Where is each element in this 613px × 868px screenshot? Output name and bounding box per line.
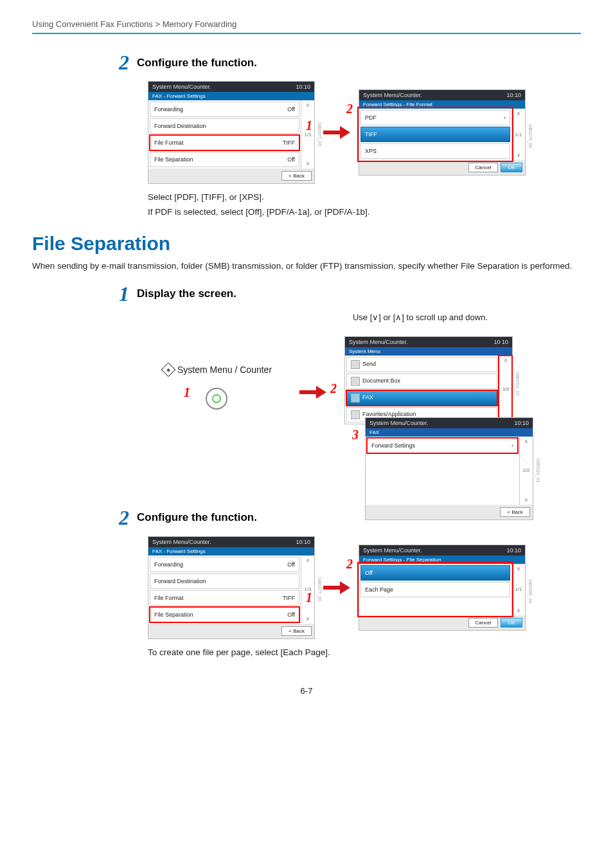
- option-tiff[interactable]: TIFF: [360, 127, 510, 142]
- scroll-down-icon[interactable]: ∨: [517, 608, 520, 613]
- divider: [32, 33, 581, 34]
- title: System Menu/Counter.: [363, 547, 422, 554]
- page-indicator: 1/1: [515, 132, 522, 138]
- scroll-up-icon[interactable]: ∧: [517, 111, 520, 116]
- arrow-right-icon: [320, 579, 353, 596]
- row-forward-destination[interactable]: Forward Destination: [150, 118, 299, 134]
- subtitle: FAX - Forward Settings: [148, 547, 314, 556]
- row-forwarding[interactable]: ForwardingOff: [150, 557, 299, 572]
- step-1-title: Display the screen.: [137, 287, 236, 300]
- menu-send[interactable]: Send: [346, 357, 497, 372]
- scroll-down-icon[interactable]: ∨: [306, 161, 310, 167]
- row-file-separation[interactable]: File SeparationOff: [150, 607, 299, 622]
- cancel-button[interactable]: Cancel: [468, 618, 499, 628]
- clock: 10:10: [506, 92, 521, 98]
- clock: 10:10: [296, 84, 310, 90]
- instruction-text: If PDF is selected, select [Off], [PDF/A…: [148, 205, 581, 220]
- instruction-text: To create one file per page, select [Eac…: [148, 646, 581, 660]
- ref-code: GB0380_00: [528, 579, 533, 603]
- option-xps[interactable]: XPS: [360, 143, 510, 159]
- title: System Menu/Counter.: [349, 339, 408, 345]
- back-button[interactable]: < Back: [281, 171, 312, 181]
- screen-system-menu: System Menu/Counter.10 10 System Menu Se…: [344, 336, 513, 424]
- arrow-right-icon: [320, 124, 353, 141]
- scroll-hint: Use [∨] or [∧] to scroll up and down.: [260, 312, 581, 322]
- diamond-icon: ◈: [161, 363, 176, 377]
- scroll-up-icon[interactable]: ∧: [504, 357, 508, 363]
- row-forwarding[interactable]: ForwardingOff: [150, 102, 299, 117]
- physical-button[interactable]: [206, 388, 227, 410]
- title: System Menu/Counter.: [369, 420, 429, 426]
- menu-document-box[interactable]: Document Box: [346, 374, 497, 389]
- section-heading: File Separation: [32, 233, 581, 255]
- row-forward-destination[interactable]: Forward Destination: [150, 574, 299, 589]
- scroll-up-icon[interactable]: ∧: [306, 102, 310, 108]
- subtitle: FAX: [366, 428, 533, 437]
- step-1-number: 1: [119, 282, 129, 306]
- menu-fax[interactable]: FAX: [346, 390, 497, 406]
- callout-1: 1: [306, 590, 312, 605]
- ref-code: GB0377_00: [317, 577, 322, 601]
- step-2-title: Configure the function.: [137, 57, 257, 69]
- scroll-down-icon[interactable]: ∨: [517, 152, 520, 158]
- screen-file-format: 2 System Menu/Counter.10:10 Forward Sett…: [359, 89, 526, 176]
- back-button[interactable]: < Back: [281, 626, 312, 636]
- ref-code: GB0054_02: [515, 372, 520, 395]
- screen-forward-settings: System Menu/Counter.10:10 FAX - Forward …: [148, 81, 315, 184]
- page-indicator: 3/5: [502, 386, 509, 392]
- scroll-down-icon[interactable]: ∨: [306, 616, 310, 622]
- ref-code: GB0377_00: [317, 122, 322, 146]
- row-file-separation[interactable]: File SeparationOff: [150, 152, 299, 167]
- title: System Menu/Counter.: [152, 84, 211, 90]
- page-indicator: 2/2: [522, 467, 529, 473]
- back-button[interactable]: < Back: [500, 507, 530, 517]
- callout-1: 1: [306, 118, 312, 133]
- clock: 10:10: [296, 539, 310, 545]
- screen-fax-menu: System Menu/Counter.10:10 FAX Forward Se…: [365, 417, 533, 520]
- subtitle: System Menu: [345, 347, 512, 356]
- screen-file-separation: 2 System Menu/Counter.10:10 Forward Sett…: [359, 545, 526, 631]
- system-menu-button-label: ◈ System Menu / Counter: [163, 365, 272, 375]
- option-pdf[interactable]: PDF›: [360, 110, 510, 125]
- ok-button[interactable]: OK: [501, 618, 522, 628]
- ref-code: GB0379_00: [528, 124, 533, 148]
- scroll-up-icon[interactable]: ∧: [306, 557, 310, 563]
- callout-2: 2: [346, 557, 353, 572]
- option-off[interactable]: Off: [360, 565, 510, 581]
- title: System Menu/Counter.: [152, 539, 211, 545]
- clock: 10:10: [514, 420, 529, 426]
- screen-forward-settings-b: System Menu/Counter.10:10 FAX - Forward …: [148, 536, 315, 639]
- step-2b-title: Configure the function.: [137, 511, 257, 524]
- arrow-right-icon: [298, 384, 328, 401]
- page-number: 6-7: [32, 686, 581, 696]
- subtitle: Forward Settings - File Separation: [359, 556, 525, 564]
- callout-1: 1: [184, 385, 190, 400]
- ref-code: GB0310_01: [536, 458, 540, 482]
- menu-forward-settings[interactable]: Forward Settings›: [367, 438, 518, 453]
- breadcrumb: Using Convenient Fax Functions > Memory …: [32, 19, 581, 29]
- callout-3: 3: [352, 428, 359, 442]
- row-file-format[interactable]: File FormatTIFF: [150, 590, 299, 606]
- cancel-button[interactable]: Cancel: [468, 163, 499, 172]
- scroll-up-icon[interactable]: ∧: [524, 439, 528, 444]
- clock: 10:10: [506, 547, 521, 554]
- title: System Menu/Counter.: [363, 92, 422, 98]
- row-file-format[interactable]: File FormatTIFF: [150, 135, 299, 150]
- option-each-page[interactable]: Each Page: [360, 582, 510, 597]
- scroll-down-icon[interactable]: ∨: [524, 497, 528, 503]
- subtitle: FAX - Forward Settings: [148, 92, 314, 100]
- scroll-up-icon[interactable]: ∧: [517, 566, 520, 572]
- subtitle: Forward Settings - File Format: [359, 100, 525, 109]
- ok-button[interactable]: OK: [501, 163, 522, 172]
- instruction-text: Select [PDF], [TIFF], or [XPS].: [148, 190, 581, 205]
- page-indicator: 1/1: [515, 586, 522, 592]
- section-description: When sending by e-mail transmission, fol…: [32, 261, 581, 271]
- callout-2: 2: [346, 102, 353, 116]
- callout-2: 2: [330, 381, 337, 396]
- step-2b-number: 2: [119, 506, 129, 530]
- step-2-number: 2: [119, 51, 129, 75]
